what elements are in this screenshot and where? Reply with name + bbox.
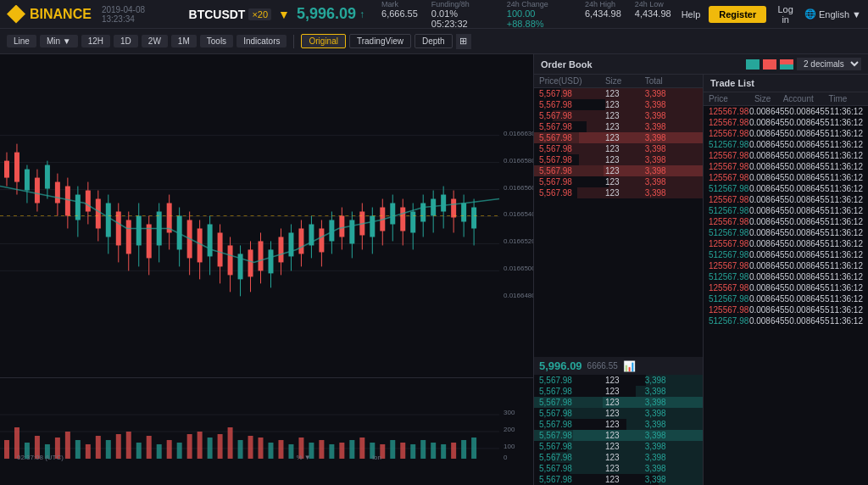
register-button[interactable]: Register (709, 6, 766, 23)
price-separator: ▼ (278, 8, 290, 21)
svg-rect-52 (198, 228, 203, 262)
ob-price-header: Price(USD) (539, 76, 605, 86)
chart-svg: 0.01666300 0.01665800 0.01665600 0.01665… (0, 54, 533, 377)
expand-icon[interactable]: ⊞ (456, 34, 471, 49)
svg-rect-135 (208, 438, 213, 459)
leverage-badge: ×20 (248, 8, 271, 20)
1m-button[interactable]: 1M (171, 35, 197, 47)
svg-rect-14 (4, 161, 9, 178)
svg-rect-20 (35, 178, 40, 203)
trade-list: Trade List Price Size Account Time 12556… (704, 75, 868, 485)
trade-list-header: Trade List (704, 75, 868, 92)
funding-stat: Funding/8h 0.01% 05:23:32 (431, 0, 493, 29)
svg-rect-24 (55, 182, 60, 203)
svg-rect-42 (147, 224, 152, 258)
ob-total-header: Total (645, 76, 698, 86)
ob-bid-row[interactable]: 5,567.98 123 3,398 (534, 463, 703, 474)
chevron-down-icon: ▼ (852, 9, 861, 20)
language-selector[interactable]: 🌐 English ▼ (804, 8, 861, 20)
svg-text:0.01665000: 0.01665000 (504, 265, 533, 272)
svg-rect-161 (471, 438, 476, 459)
depth-button[interactable]: Depth (415, 34, 453, 48)
tools-button[interactable]: Tools (200, 35, 233, 47)
ob-view-btn-1[interactable] (746, 59, 760, 70)
svg-text:0.01665800: 0.01665800 (504, 157, 533, 164)
tl-row: 512567.98 0.0086455 0.0086455 11:36:12 (704, 227, 868, 238)
tl-row: 125567.98 0.0086455 0.0086455 11:36:12 (704, 194, 868, 205)
help-button[interactable]: Help (682, 9, 701, 20)
svg-rect-133 (187, 434, 192, 459)
svg-rect-147 (329, 444, 334, 459)
svg-rect-72 (298, 228, 303, 254)
svg-rect-22 (45, 165, 50, 189)
ob-bids-container: 5,567.98 123 3,398 5,567.98 123 3,398 5,… (534, 375, 703, 485)
indicators-button[interactable]: Indicators (236, 35, 287, 47)
price-arrow: ↑ (359, 8, 364, 20)
svg-rect-132 (177, 443, 182, 459)
svg-rect-106 (471, 208, 476, 229)
order-book-header: Order Book 2 decimals (534, 54, 868, 75)
ob-bid-row[interactable]: 5,567.98 123 3,398 (534, 386, 703, 397)
ob-bid-row[interactable]: 5,567.98 123 3,398 (534, 430, 703, 441)
ob-bid-row[interactable]: 5,567.98 123 3,398 (534, 474, 703, 485)
1d-button[interactable]: 1D (114, 35, 138, 47)
header-right: Help Register Log in 🌐 English ▼ (682, 4, 861, 25)
ob-ask-row[interactable]: 5,567.98 123 3,398 (534, 132, 703, 143)
svg-rect-30 (86, 191, 91, 212)
ob-ask-row[interactable]: 5,567.98 123 3,398 (534, 121, 703, 132)
ob-bid-row[interactable]: 5,567.98 123 3,398 (534, 375, 703, 386)
svg-rect-153 (390, 440, 395, 459)
main-layout: 0.01666300 0.01665800 0.01665600 0.01665… (0, 54, 868, 485)
svg-rect-34 (106, 203, 111, 237)
ob-bid-row[interactable]: 5,567.98 123 3,398 (534, 397, 703, 408)
tl-row: 125567.98 0.0086455 0.0086455 11:36:12 (704, 238, 868, 249)
ob-bid-row[interactable]: 5,567.98 123 3,398 (534, 408, 703, 419)
svg-rect-157 (431, 443, 436, 459)
tradingview-button[interactable]: TradingView (349, 34, 411, 48)
ob-ask-row[interactable]: 5,567.98 123 3,398 (534, 154, 703, 165)
svg-rect-62 (248, 249, 253, 276)
svg-text:0.01665400: 0.01665400 (504, 210, 533, 218)
candlestick-chart: 0.01666300 0.01665800 0.01665600 0.01665… (0, 54, 533, 377)
ob-ask-row[interactable]: 5,567.98 123 3,398 (534, 187, 703, 198)
ob-ask-row[interactable]: 5,567.98 123 3,398 (534, 110, 703, 121)
login-button[interactable]: Log in (775, 4, 796, 25)
main-price: 5,996.09 (297, 5, 356, 23)
svg-rect-141 (268, 443, 273, 459)
svg-text:% ▼: % ▼ (296, 454, 310, 461)
logo-text: BINANCE (30, 7, 92, 22)
chart-icon: 📊 (623, 360, 636, 372)
svg-rect-160 (461, 440, 466, 459)
svg-rect-146 (319, 440, 324, 459)
tl-row: 125567.98 0.0086455 0.0086455 11:36:12 (704, 161, 868, 172)
header-stats: Mark 6,666.55 Funding/8h 0.01% 05:23:32 … (381, 0, 671, 29)
ob-ask-row[interactable]: 5,567.98 123 3,398 (534, 99, 703, 110)
ob-ask-row[interactable]: 5,567.98 123 3,398 (534, 176, 703, 187)
ob-ask-row[interactable]: 5,567.98 123 3,398 (534, 165, 703, 176)
original-view-button[interactable]: Original (301, 34, 345, 48)
high-stat: 24h High 6,434.98 (585, 0, 621, 29)
tl-row: 512567.98 0.0086455 0.0086455 11:36:12 (704, 271, 868, 282)
tl-row: 125567.98 0.0086455 0.0086455 11:36:12 (704, 117, 868, 128)
min-interval-button[interactable]: Min ▼ (40, 35, 78, 47)
ob-ask-row[interactable]: 5,567.98 123 3,398 (534, 88, 703, 99)
svg-rect-100 (441, 195, 446, 212)
svg-rect-68 (278, 237, 283, 262)
ob-view-btn-2[interactable] (763, 59, 776, 70)
order-book-title: Order Book (541, 59, 593, 70)
header: BINANCE 2019-04-08 13:23:34 BTCUSDT ×20 … (0, 0, 868, 29)
2w-button[interactable]: 2W (142, 35, 168, 47)
12h-button[interactable]: 12H (81, 35, 110, 47)
svg-rect-136 (218, 434, 223, 459)
line-type-button[interactable]: Line (7, 35, 36, 47)
ob-bid-row[interactable]: 5,567.98 123 3,398 (534, 441, 703, 452)
ob-view-btn-3[interactable] (780, 59, 793, 70)
ob-bid-row[interactable]: 5,567.98 123 3,398 (534, 419, 703, 430)
ob-ask-row[interactable]: 5,567.98 123 3,398 (534, 143, 703, 154)
low-stat: 24h Low 4,434.98 (635, 0, 671, 29)
decimals-select[interactable]: 2 decimals (797, 58, 861, 70)
svg-rect-148 (339, 443, 344, 459)
volume-svg: 300 200 100 0 (0, 378, 533, 485)
ob-bid-row[interactable]: 5,567.98 123 3,398 (534, 452, 703, 463)
order-book-content: Price(USD) Size Total 5,567.98 123 3,398… (534, 75, 868, 485)
